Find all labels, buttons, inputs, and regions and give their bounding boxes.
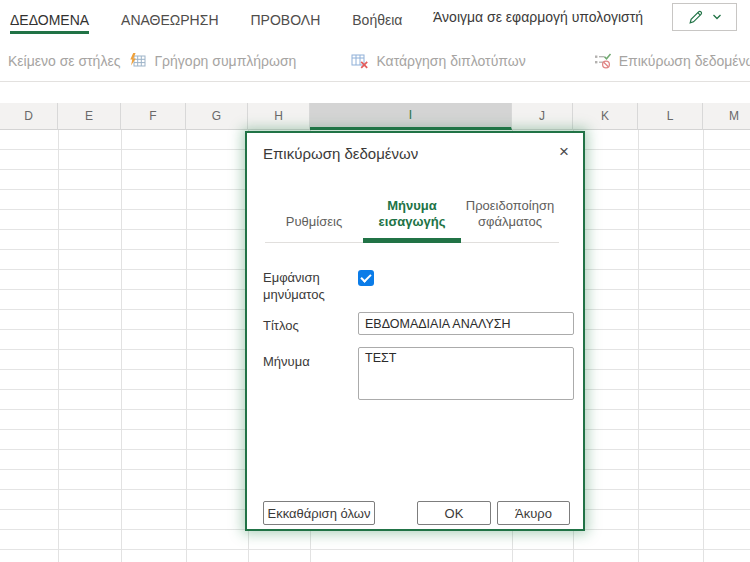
remove-duplicates-button[interactable]: Κατάργηση διπλοτύπων [351, 52, 525, 70]
ribbon-tab-view[interactable]: ΠΡΟΒΟΛΗ [251, 0, 321, 40]
tab-input-message[interactable]: Μήνυμα εισαγωγής [363, 198, 461, 242]
column-headers: D E F G H I J K L M [0, 103, 750, 130]
data-validation-button[interactable]: Επικύρωση δεδομένων [594, 52, 750, 70]
text-to-columns-label: Κείμενο σε στήλες [8, 53, 120, 69]
ribbon-tab-help[interactable]: Βοήθεια [352, 0, 402, 40]
title-label: Τίτλος [263, 317, 299, 334]
grid-column-line [186, 130, 187, 562]
column-header-j[interactable]: J [512, 103, 573, 130]
tab-error-alert[interactable]: Προειδοποίηση σφάλματος [461, 198, 559, 242]
column-header-l[interactable]: L [638, 103, 703, 130]
excel-online-app: ΔΕΔΟΜΕΝΑ ΑΝΑΘΕΩΡΗΣΗ ΠΡΟΒΟΛΗ Βοήθεια Άνοι… [0, 0, 750, 562]
dialog-tab-strip: Ρυθμίσεις Μήνυμα εισαγωγής Προειδοποίηση… [265, 189, 559, 243]
column-header-g[interactable]: G [186, 103, 248, 130]
grid-column-line [638, 130, 639, 562]
column-header-e[interactable]: E [58, 103, 121, 130]
show-message-checkbox[interactable] [358, 270, 374, 286]
text-to-columns-button[interactable]: Κείμενο σε στήλες [8, 53, 120, 69]
show-message-label: Εμφάνιση μηνύματος [263, 269, 345, 303]
dialog-title: Επικύρωση δεδομένων [263, 145, 418, 162]
column-header-h[interactable]: H [248, 103, 310, 130]
grid-column-line [703, 130, 704, 562]
column-header-i-selected[interactable]: I [310, 103, 512, 130]
data-ribbon-toolbar: Κείμενο σε στήλες Γρήγορη συμπλήρωση Κ [0, 40, 750, 82]
column-header-f[interactable]: F [121, 103, 186, 130]
title-input[interactable] [358, 312, 574, 335]
dialog-footer: Εκκαθάριση όλων OK Άκυρο [263, 501, 570, 525]
column-header-k[interactable]: K [573, 103, 638, 130]
remove-duplicates-icon [351, 52, 369, 70]
pencil-icon [687, 8, 705, 26]
ribbon-tab-data[interactable]: ΔΕΔΟΜΕΝΑ [10, 0, 89, 40]
tab-settings[interactable]: Ρυθμίσεις [265, 214, 363, 242]
flash-fill-label: Γρήγορη συμπλήρωση [154, 53, 296, 69]
edit-mode-button[interactable] [672, 3, 737, 31]
chevron-down-icon [712, 12, 722, 22]
data-validation-label: Επικύρωση δεδομένων [619, 53, 750, 69]
flash-fill-button[interactable]: Γρήγορη συμπλήρωση [129, 52, 296, 70]
ribbon-tab-review[interactable]: ΑΝΑΘΕΩΡΗΣΗ [121, 0, 218, 40]
open-in-desktop-label[interactable]: Άνοιγμα σε εφαρμογή υπολογιστή [433, 0, 643, 35]
clear-all-button[interactable]: Εκκαθάριση όλων [263, 501, 375, 525]
close-icon[interactable]: × [553, 141, 575, 163]
message-label: Μήνυμα [263, 353, 310, 370]
remove-duplicates-label: Κατάργηση διπλοτύπων [376, 53, 525, 69]
grid-column-line [58, 130, 59, 562]
data-validation-dialog: Επικύρωση δεδομένων × Ρυθμίσεις Μήνυμα ε… [245, 131, 585, 531]
flash-fill-icon [129, 52, 147, 70]
data-validation-icon [594, 52, 612, 70]
grid-column-line [121, 130, 122, 562]
message-textarea[interactable]: ΤΕΣΤ [358, 347, 574, 400]
column-header-d[interactable]: D [0, 103, 58, 130]
column-header-m[interactable]: M [703, 103, 750, 130]
ok-button[interactable]: OK [417, 501, 491, 525]
cancel-button[interactable]: Άκυρο [497, 501, 570, 525]
